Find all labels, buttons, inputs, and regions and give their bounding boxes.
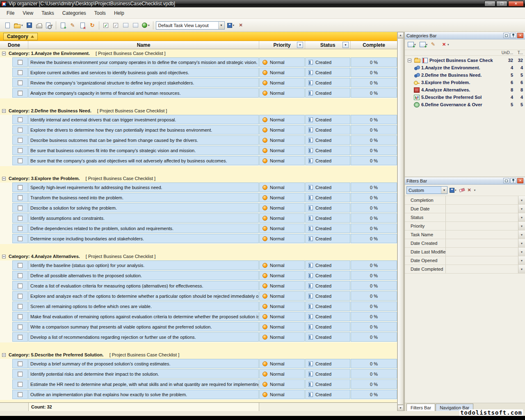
save-filter-button[interactable]: ▾ [449,186,457,195]
open-file-button[interactable]: ▾ [12,21,25,30]
print-button[interactable] [34,21,44,30]
panel-pin-button[interactable] [510,178,516,183]
collapse-expander-icon[interactable] [2,177,6,180]
column-header-complete[interactable]: Complete [351,41,397,49]
collapse-expander-icon[interactable] [2,109,6,113]
filters-toolbar-overflow[interactable]: ▾ [473,186,477,195]
category-group-row[interactable]: Category: 4.Analyze Alternatives.[ Proje… [0,252,397,260]
status-filter-button[interactable]: ▼ [342,42,349,48]
collapse-expander-icon[interactable] [2,52,6,55]
task-row[interactable]: Be sure that business outcomes fit into … [0,146,397,155]
filter-row[interactable]: Date Completed▼ [405,265,525,274]
panel-pin-button[interactable] [510,33,516,38]
task-row[interactable]: Describe a solution for solving the prob… [0,203,397,212]
filter-value[interactable] [446,239,518,247]
delete-category-button[interactable]: ✕▾ [440,40,450,49]
filter-value[interactable] [446,265,518,273]
task-done-checkbox[interactable] [18,236,23,241]
task-row[interactable]: Estimate the HR need to determine what p… [0,379,397,389]
delete-task-button[interactable] [78,21,87,30]
filter-row[interactable]: Status▼ [405,213,525,222]
filter-dropdown-button[interactable]: ▼ [518,265,525,273]
menu-file[interactable]: File [2,9,18,18]
panel-close-button[interactable]: ✕ [517,178,523,183]
category-tree-item[interactable]: 2.Define the Business Need.55 [405,71,525,79]
task-row[interactable]: Explore and analyze each of the options … [0,291,397,301]
maximize-button[interactable]: ❐ [496,1,507,7]
category-group-row[interactable]: Category: 5.Describe the Preferred Solut… [0,351,397,359]
collapse-expander-icon[interactable] [408,59,411,62]
task-done-checkbox[interactable] [18,148,23,153]
menu-categories[interactable]: Categories [58,9,90,18]
vertical-scrollbar[interactable]: ▲ ▼ [397,32,404,411]
task-row[interactable]: Analyze the company's capacity in terms … [0,88,397,98]
category-tree-item[interactable]: 1.Analyze the Environment.44 [405,64,525,71]
category-tree-item[interactable]: 5.Describe the Preferred Sol44 [405,94,525,101]
save-layout-button[interactable]: ▾ [226,21,236,30]
menu-help[interactable]: Help [110,9,128,18]
task-done-checkbox[interactable] [18,392,23,397]
filter-value[interactable] [446,196,518,204]
layout-combo[interactable]: Default Task View Layout ▼ [156,21,225,30]
category-tree-item[interactable]: 4.Analyze Alternatives.88 [405,86,525,94]
task-row[interactable]: Develop a list of recommendations regard… [0,332,397,342]
delete-filter-button[interactable]: ✕ [467,186,472,195]
task-row[interactable]: Create a list of evaluation criteria for… [0,281,397,290]
filter-value[interactable] [446,231,518,239]
category-tree-item[interactable]: Project Business Case Check3232 [405,57,525,64]
add-subcategory-button[interactable]: ▾ [418,40,429,49]
filter-value[interactable] [446,213,518,221]
collapse-all-button[interactable] [130,21,140,30]
filter-value[interactable] [446,256,518,265]
filter-value[interactable] [446,205,518,213]
panel-close-button[interactable]: ✕ [517,33,523,38]
filter-preset-combo[interactable]: Custom ▼ [406,186,447,194]
task-done-checkbox[interactable] [18,263,23,268]
task-done-checkbox[interactable] [18,382,23,387]
scroll-up-button[interactable]: ▲ [397,32,404,38]
filter-dropdown-button[interactable]: ▼ [518,205,525,213]
new-file-button[interactable] [2,21,12,30]
task-row[interactable]: Outline an implementation plan that expl… [0,390,397,399]
close-button[interactable]: ✕ [508,1,524,7]
panel-restore-button[interactable] [503,33,509,38]
task-row[interactable]: Review the business environment your com… [0,57,397,67]
task-done-checkbox[interactable] [18,304,23,309]
filter-value[interactable] [446,222,518,230]
category-group-row[interactable]: Category: 3.Explore the Problem.[ Projec… [0,174,397,183]
task-row[interactable]: Write a comparison summary that presents… [0,322,397,331]
save-button[interactable] [25,21,34,30]
tab-filters-bar[interactable]: Filters Bar [406,404,435,411]
filter-dropdown-button[interactable]: ▼ [518,213,525,221]
task-done-checkbox[interactable] [18,158,23,163]
task-done-checkbox[interactable] [18,372,23,377]
task-row[interactable]: Screen all remaining options to define w… [0,301,397,311]
task-row[interactable]: Define all possible alternatives to the … [0,271,397,280]
task-row[interactable]: Identify assumptions and constraints.Nor… [0,213,397,223]
task-row[interactable]: Review the company's 'organizational str… [0,78,397,87]
combo-dropdown-icon[interactable]: ▼ [441,187,447,194]
task-done-checkbox[interactable] [18,273,23,278]
task-row[interactable]: Describe business outcomes that can be g… [0,135,397,145]
task-row[interactable]: Identify the baseline (status quo option… [0,260,397,270]
menu-view[interactable]: View [18,9,37,18]
menu-tasks[interactable]: Tasks [37,9,58,18]
group-by-category-chip[interactable]: Category [3,33,38,40]
edit-task-button[interactable]: ✎ [68,21,78,30]
category-tree-item[interactable]: 6.Define Governance & Over55 [405,101,525,108]
column-header-priority[interactable]: Priority ▼ [259,41,305,49]
filter-row[interactable]: Date Created▼ [405,239,525,248]
priority-filter-button[interactable]: ▼ [297,42,303,48]
mark-done-button[interactable]: ✓ [101,21,111,30]
task-done-checkbox[interactable] [18,117,23,122]
filter-value[interactable] [446,248,518,256]
minimize-button[interactable]: — [484,1,495,7]
filter-dropdown-button[interactable]: ▼ [518,222,525,230]
task-done-checkbox[interactable] [18,283,23,288]
task-done-checkbox[interactable] [18,335,23,340]
task-row[interactable]: Determine scope including boundaries and… [0,234,397,243]
print-preview-button[interactable]: ▾ [44,21,55,30]
clear-filter-button[interactable] [459,186,466,195]
category-tree-item[interactable]: 3.Explore the Problem.66 [405,79,525,86]
task-done-checkbox[interactable] [18,60,23,65]
